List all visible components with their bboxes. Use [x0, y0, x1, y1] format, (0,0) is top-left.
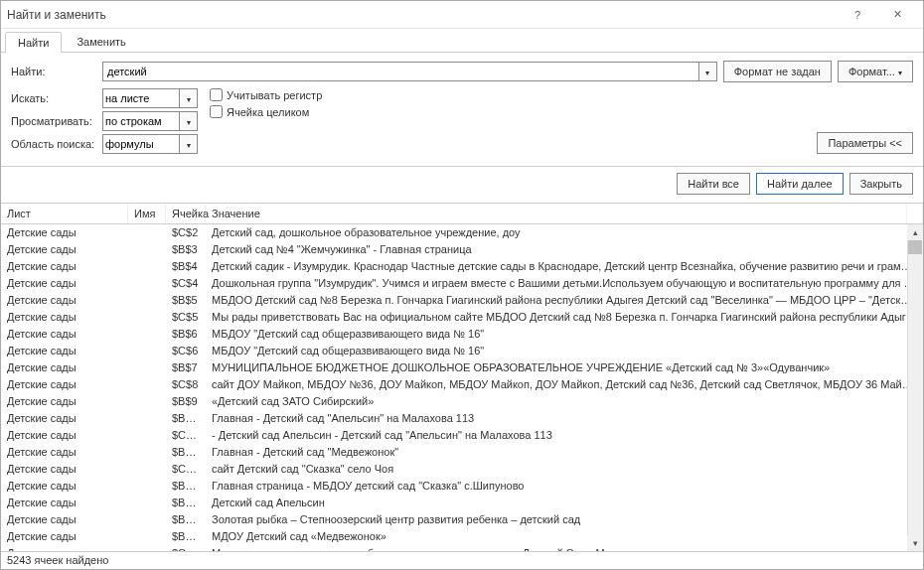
match-case-checkbox[interactable]: Учитывать регистр [210, 88, 322, 101]
result-row[interactable]: Детские сады$B$7МУНИЦИПАЛЬНОЕ БЮДЖЕТНОЕ … [1, 359, 923, 376]
chevron-down-icon [187, 115, 191, 127]
format-display: Формат не задан [723, 61, 832, 82]
result-row[interactable]: Детские сады$B$14Детский сад Апельсин [1, 495, 923, 511]
options-button[interactable]: Параметры << [817, 132, 913, 154]
tab-bar: Найти Заменить [1, 29, 923, 53]
chevron-down-icon [187, 92, 191, 104]
result-row[interactable]: Детские сады$C$16Муниципальное дошкольно… [1, 545, 923, 551]
result-row[interactable]: Детские сады$B$5МБДОО Детский сад №8 Бер… [1, 292, 923, 309]
result-row[interactable]: Детские сады$B$15Золотая рыбка – Степноо… [1, 511, 923, 528]
scroll-gutter [907, 204, 923, 223]
find-next-button[interactable]: Найти далее [756, 173, 844, 195]
result-row[interactable]: Детские сады$B$10Главная - Детский сад "… [1, 410, 923, 427]
search-in-select[interactable] [102, 88, 180, 108]
look-by-label: Просматривать: [11, 115, 102, 127]
chevron-down-icon [898, 66, 902, 77]
find-all-button[interactable]: Найти все [677, 173, 750, 195]
chevron-down-icon [705, 66, 709, 77]
result-row[interactable]: Детские сады$B$6МБДОУ "Детский сад общер… [1, 326, 923, 343]
result-row[interactable]: Детские сады$B$4Детский садик - Изумруди… [1, 258, 923, 275]
close-button[interactable]: Закрыть [849, 173, 913, 195]
whole-cell-checkbox[interactable]: Ячейка целиком [210, 105, 322, 118]
scroll-up-icon[interactable]: ▴ [907, 224, 923, 240]
col-cell[interactable]: Ячейка [166, 204, 206, 223]
search-in-arrow[interactable] [180, 88, 198, 108]
search-area-arrow[interactable] [180, 134, 198, 154]
results-header: Лист Имя Ячейка Значение [1, 204, 923, 224]
result-row[interactable]: Детские сады$B$11Главная - Детский сад "… [1, 444, 923, 461]
scrollbar[interactable]: ▴ ▾ [907, 224, 923, 551]
result-row[interactable]: Детские сады$B$13Главная страница - МБДО… [1, 478, 923, 495]
chevron-down-icon [187, 138, 191, 150]
result-row[interactable]: Детские сады$B$9«Детский сад ЗАТО Сибирс… [1, 393, 923, 410]
scroll-thumb[interactable] [908, 240, 922, 254]
results-list[interactable]: Детские сады$C$2Детский сад, дошкольное … [1, 224, 923, 551]
result-row[interactable]: Детские сады$C$4Дошкольная группа "Изумр… [1, 275, 923, 292]
format-button[interactable]: Формат... [838, 61, 913, 82]
window-title: Найти и заменить [7, 8, 838, 22]
find-history-dropdown[interactable] [699, 62, 717, 81]
search-form: Найти: Формат не задан Формат... Искать:… [1, 53, 923, 167]
search-area-label: Область поиска: [11, 138, 102, 150]
find-input[interactable] [102, 62, 699, 81]
result-row[interactable]: Детские сады$C$2Детский сад, дошкольное … [1, 224, 923, 241]
result-row[interactable]: Детские сады$B$3Детский сад №4 "Жемчужин… [1, 241, 923, 258]
col-name[interactable]: Имя [128, 204, 166, 223]
col-sheet[interactable]: Лист [1, 204, 128, 223]
tab-find[interactable]: Найти [5, 32, 62, 53]
title-bar: Найти и заменить ? ✕ [1, 1, 923, 29]
tab-replace[interactable]: Заменить [64, 31, 138, 52]
find-label: Найти: [11, 66, 102, 77]
result-row[interactable]: Детские сады$C$8сайт ДОУ Майкоп, МБДОУ №… [1, 376, 923, 393]
status-bar: 5243 ячеек найдено [1, 551, 923, 569]
result-row[interactable]: Детские сады$C$12сайт Детский сад "Сказк… [1, 461, 923, 478]
result-row[interactable]: Детские сады$C$10 - Детский сад Апельсин… [1, 427, 923, 444]
look-by-select[interactable] [102, 111, 180, 131]
search-area-select[interactable] [102, 134, 180, 154]
col-value[interactable]: Значение [206, 204, 907, 223]
result-row[interactable]: Детские сады$C$5Мы рады приветствовать В… [1, 309, 923, 326]
result-row[interactable]: Детские сады$B$16МДОУ Детский сад «Медве… [1, 528, 923, 545]
scroll-down-icon[interactable]: ▾ [907, 535, 923, 551]
help-button[interactable]: ? [838, 3, 877, 27]
action-buttons: Найти все Найти далее Закрыть [1, 167, 923, 204]
search-in-label: Искать: [11, 92, 102, 104]
close-window-button[interactable]: ✕ [877, 3, 917, 27]
look-by-arrow[interactable] [180, 111, 198, 131]
result-row[interactable]: Детские сады$C$6МБДОУ "Детский сад общер… [1, 343, 923, 359]
